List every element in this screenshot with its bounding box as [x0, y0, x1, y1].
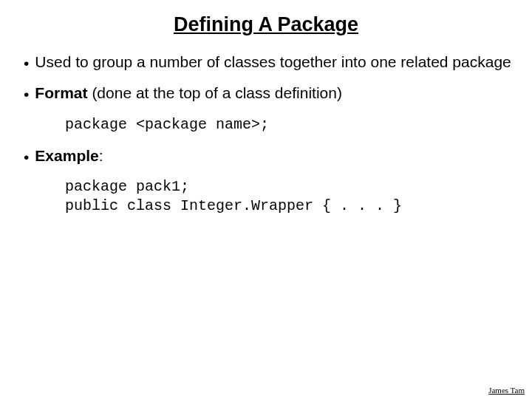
format-code: package <package name>; — [65, 115, 513, 134]
bullet-dot: • — [24, 85, 29, 104]
bullet-3-rest: : — [99, 147, 103, 164]
bullet-2-bold: Format — [35, 84, 87, 101]
bullet-1-text: Used to group a number of classes togeth… — [35, 52, 513, 72]
author-footer: James Tam — [488, 386, 525, 395]
bullet-2: • Format (done at the top of a class def… — [19, 83, 513, 104]
bullet-2-content: Format (done at the top of a class defin… — [35, 83, 513, 103]
slide-title: Defining A Package — [19, 13, 513, 36]
bullet-3: • Example: — [19, 146, 513, 167]
bullet-dot: • — [24, 148, 29, 167]
bullet-2-rest: (done at the top of a class definition) — [88, 84, 342, 101]
bullet-3-bold: Example — [35, 147, 98, 164]
example-code: package pack1; public class Integer.Wrap… — [65, 177, 513, 216]
bullet-1: • Used to group a number of classes toge… — [19, 52, 513, 73]
bullet-3-content: Example: — [35, 146, 513, 166]
bullet-dot: • — [24, 54, 29, 73]
example-code-line2: public class Integer.Wrapper { . . . } — [65, 197, 402, 214]
example-code-line1: package pack1; — [65, 178, 189, 195]
